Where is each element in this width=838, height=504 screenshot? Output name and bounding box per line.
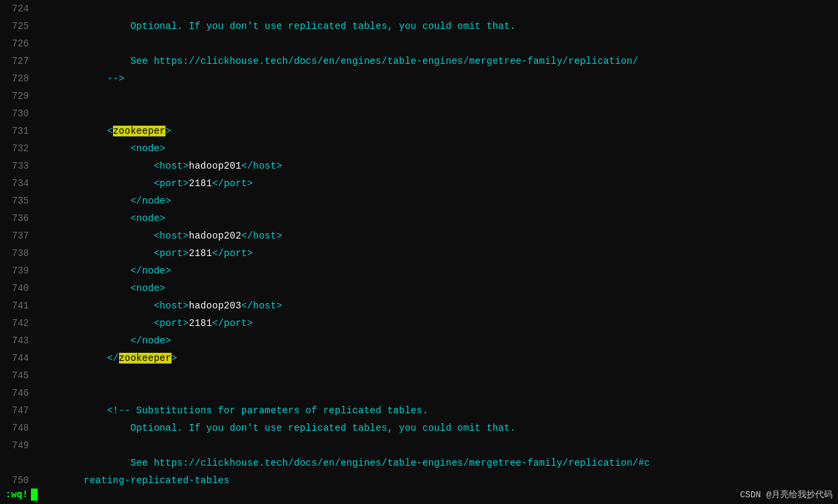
- line-747: 747 Optional. If you don't use replicate…: [0, 402, 838, 419]
- line-content: -->: [37, 52, 838, 105]
- cursor: [31, 489, 38, 501]
- line-number: 739: [0, 262, 37, 280]
- line-number: 745: [0, 367, 37, 384]
- line-734: 734 </node>: [0, 175, 838, 192]
- line-737: 737 <port>2181</port>: [0, 227, 838, 245]
- line-number: 733: [0, 157, 37, 175]
- line-741: 741 <port>2181</port>: [0, 297, 838, 314]
- line-727: 727 -->: [0, 52, 838, 70]
- statusbar-left: :wq!: [5, 489, 38, 501]
- line-749: 749 See https://clickhouse.tech/docs/en/…: [0, 437, 838, 454]
- line-number: 731: [0, 122, 37, 140]
- line-742: 742 </node>: [0, 314, 838, 332]
- line-724: 724 Optional. If you don't use replicate…: [0, 0, 838, 17]
- line-738: 738 </node>: [0, 245, 838, 262]
- line-number: 744: [0, 349, 37, 367]
- line-number: 741: [0, 297, 37, 314]
- line-726: 726 See https://clickhouse.tech/docs/en/…: [0, 35, 838, 52]
- line-739: 739 <node>: [0, 262, 838, 280]
- line-746: 746 <!-- Substitutions for parameters of…: [0, 384, 838, 402]
- line-733: 733 <port>2181</port>: [0, 157, 838, 175]
- line-number: 747: [0, 402, 37, 419]
- line-number: 730: [0, 105, 37, 122]
- vim-command: :wq!: [5, 489, 28, 500]
- line-number: 727: [0, 52, 37, 70]
- line-number: 729: [0, 87, 37, 105]
- branding: CSDN @月亮给我抄代码: [740, 489, 833, 501]
- editor: 724 Optional. If you don't use replicate…: [0, 0, 838, 504]
- line-number: 724: [0, 0, 37, 17]
- line-number: 738: [0, 245, 37, 262]
- line-number: 728: [0, 70, 37, 87]
- line-number: 743: [0, 332, 37, 349]
- line-number: 746: [0, 384, 37, 402]
- line-number: 735: [0, 192, 37, 210]
- code-area: 724 Optional. If you don't use replicate…: [0, 0, 838, 489]
- line-number: 737: [0, 227, 37, 245]
- line-743: 743 </zookeeper>: [0, 332, 838, 349]
- line-number: 742: [0, 314, 37, 332]
- line-number: 726: [0, 35, 37, 52]
- line-number: 734: [0, 175, 37, 192]
- line-731: 731 <node>: [0, 122, 838, 140]
- line-732: 732 <host>hadoop201</host>: [0, 140, 838, 157]
- line-736: 736 <host>hadoop202</host>: [0, 210, 838, 227]
- line-number: 732: [0, 140, 37, 157]
- statusbar: :wq! CSDN @月亮给我抄代码: [0, 485, 838, 504]
- line-number: 740: [0, 280, 37, 297]
- line-number: 736: [0, 210, 37, 227]
- line-number: 749: [0, 437, 37, 454]
- line-740: 740 <host>hadoop203</host>: [0, 280, 838, 297]
- line-number: 725: [0, 17, 37, 35]
- line-content: </zookeeper>: [37, 332, 838, 384]
- line-number: 748: [0, 419, 37, 437]
- line-749-cont: reating-replicated-tables: [0, 454, 838, 472]
- line-735: 735 <node>: [0, 192, 838, 210]
- line-730: 730 <zookeeper>: [0, 105, 838, 122]
